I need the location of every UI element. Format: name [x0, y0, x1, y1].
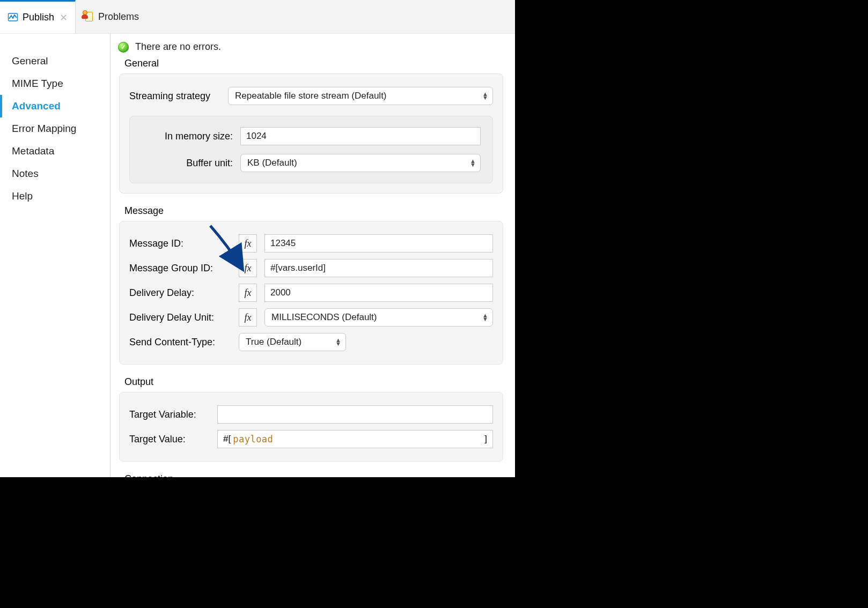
- status-text: There are no errors.: [135, 41, 221, 53]
- section-title-message: Message: [117, 203, 505, 221]
- target-value-label: Target Value:: [129, 434, 210, 445]
- buffer-unit-select[interactable]: KB (Default) ▲▼: [240, 154, 481, 172]
- message-group-id-input[interactable]: #[vars.userId]: [264, 259, 493, 277]
- subpanel-streaming: In memory size: 1024 Buffer unit: KB (De…: [129, 116, 493, 183]
- fx-button[interactable]: fx: [239, 234, 257, 253]
- sidebar-item-help[interactable]: Help: [0, 185, 110, 207]
- in-memory-size-label: In memory size:: [142, 131, 233, 142]
- publish-icon: [8, 12, 18, 23]
- delivery-delay-unit-select[interactable]: MILLISECONDS (Default) ▲▼: [264, 308, 493, 327]
- delivery-delay-input[interactable]: 2000: [264, 284, 493, 302]
- close-icon[interactable]: ✕: [58, 12, 68, 24]
- tab-bar: Publish ✕ Problems: [0, 0, 515, 34]
- status-ok-icon: [118, 42, 129, 53]
- body: General MIME Type Advanced Error Mapping…: [0, 34, 515, 477]
- tab-problems-label: Problems: [98, 11, 139, 23]
- buffer-unit-label: Buffer unit:: [142, 158, 233, 169]
- target-value-input[interactable]: #[ payload ]: [217, 430, 493, 448]
- panel-output: Target Variable: Target Value: #[ payloa…: [119, 392, 503, 462]
- sidebar-item-metadata[interactable]: Metadata: [0, 140, 110, 162]
- sidebar: General MIME Type Advanced Error Mapping…: [0, 34, 111, 477]
- tab-publish-label: Publish: [23, 12, 54, 23]
- sidebar-item-mime-type[interactable]: MIME Type: [0, 72, 110, 95]
- content: There are no errors. General Streaming s…: [111, 34, 515, 477]
- tab-publish[interactable]: Publish ✕: [0, 0, 76, 33]
- tab-problems[interactable]: Problems: [76, 0, 146, 33]
- section-title-output: Output: [117, 374, 505, 392]
- chevron-updown-icon: ▲▼: [470, 159, 476, 167]
- sidebar-item-notes[interactable]: Notes: [0, 162, 110, 185]
- message-id-label: Message ID:: [129, 238, 231, 249]
- send-content-type-label: Send Content-Type:: [129, 337, 231, 348]
- fx-button[interactable]: fx: [239, 308, 257, 327]
- section-title-general: General: [117, 56, 505, 73]
- delivery-delay-unit-label: Delivery Delay Unit:: [129, 312, 231, 323]
- sidebar-item-advanced[interactable]: Advanced: [0, 95, 110, 117]
- target-variable-input[interactable]: [217, 405, 493, 424]
- fx-button[interactable]: fx: [239, 284, 257, 302]
- target-variable-label: Target Variable:: [129, 409, 210, 420]
- in-memory-size-input[interactable]: 1024: [240, 127, 481, 145]
- delivery-delay-label: Delivery Delay:: [129, 287, 231, 299]
- chevron-updown-icon: ▲▼: [335, 338, 341, 346]
- chevron-updown-icon: ▲▼: [482, 92, 488, 100]
- panel-general: Streaming strategy Repeatable file store…: [119, 73, 503, 194]
- streaming-strategy-select[interactable]: Repeatable file store stream (Default) ▲…: [228, 87, 493, 105]
- status-row: There are no errors.: [117, 39, 505, 56]
- sidebar-item-error-mapping[interactable]: Error Mapping: [0, 117, 110, 140]
- section-title-connection: Connection: [117, 471, 505, 477]
- sidebar-item-general[interactable]: General: [0, 50, 110, 72]
- panel-message: Message ID: fx 12345 Message Group ID: f…: [119, 221, 503, 365]
- problems-icon: [83, 11, 94, 22]
- app-window: Publish ✕ Problems General MIME Type Adv…: [0, 0, 515, 477]
- fx-button[interactable]: fx: [239, 259, 257, 277]
- message-id-input[interactable]: 12345: [264, 234, 493, 253]
- chevron-updown-icon: ▲▼: [482, 314, 488, 321]
- send-content-type-select[interactable]: True (Default) ▲▼: [239, 333, 346, 351]
- message-group-id-label: Message Group ID:: [129, 263, 231, 274]
- streaming-strategy-label: Streaming strategy: [129, 91, 220, 102]
